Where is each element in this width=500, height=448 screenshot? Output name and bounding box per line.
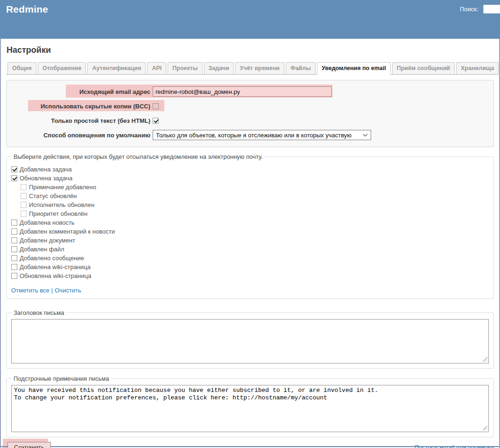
settings-tab[interactable]: Отображение (38, 62, 86, 75)
notification-option-row: Обновлена задача (11, 174, 489, 183)
settings-tab[interactable]: Проекты (168, 62, 202, 75)
option-label: Обновлена задача (20, 175, 72, 182)
page-title: Настройки (1, 39, 499, 55)
search-input[interactable] (483, 5, 500, 14)
email-footer-textarea[interactable]: You have received this notification beca… (11, 385, 489, 432)
notification-option-row: Добавлена задача (11, 165, 489, 174)
plain-text-label: Только простой текст (без HTML) (10, 117, 150, 124)
mail-from-label: Исходящий email адрес (10, 88, 150, 95)
email-footer-textarea-wrap: You have received this notification beca… (11, 385, 489, 432)
notification-events-fieldset: Выберите действия, при которых будет отс… (6, 153, 494, 299)
notification-option-row: Добавлено сообщение (11, 254, 489, 263)
option-checkbox[interactable] (21, 211, 27, 217)
notification-events-legend: Выберите действия, при которых будет отс… (12, 153, 264, 160)
notification-option-row: Добавлен файл (11, 245, 489, 254)
option-checkbox[interactable] (21, 193, 27, 199)
notification-option-row: Добавлен документ (11, 236, 489, 245)
settings-tab[interactable]: Файлы (286, 62, 316, 75)
option-checkbox[interactable] (11, 175, 17, 181)
notification-option-row: Добавлена новость (11, 218, 489, 227)
email-header-textarea-wrap (11, 319, 489, 363)
option-label: Добавлен комментарий к новости (20, 228, 115, 235)
email-settings-box: Исходящий email адрес Использовать скрыт… (6, 80, 494, 147)
option-label: Добавлена задача (20, 166, 72, 173)
default-notification-select[interactable]: Только для объектов, которые я отслежива… (153, 130, 371, 140)
option-label: Примечание добавлено (29, 184, 96, 191)
settings-tab[interactable]: Аутентификация (87, 62, 146, 75)
form-row-mail-from: Исходящий email адрес (10, 86, 490, 97)
option-checkbox[interactable] (11, 264, 17, 270)
form-row-plain-text: Только простой текст (без HTML) (10, 115, 490, 126)
option-label: Приоритет обновлён (29, 210, 87, 217)
notification-option-row: Обновлена wiki-страница (11, 271, 489, 280)
option-checkbox[interactable] (11, 255, 17, 261)
notification-option-row: Добавлен комментарий к новости (11, 227, 489, 236)
settings-tab[interactable]: Уведомления по email (317, 62, 391, 75)
selection-links: Отметить все|Очистить (11, 287, 489, 294)
option-checkbox[interactable] (11, 166, 17, 172)
settings-tabs: ОбщееОтображениеАутентификацияAPIПроекты… (6, 62, 494, 75)
plain-text-checkbox[interactable] (153, 118, 159, 124)
email-footer-fieldset: Подстрочные примечания письма You have r… (6, 375, 494, 437)
email-header-textarea[interactable] (11, 319, 489, 363)
notification-options: Добавлена задачаОбновлена задачаПримечан… (11, 165, 489, 280)
option-label: Исполнитель обновлен (29, 201, 94, 208)
save-button[interactable]: Сохранить (7, 442, 51, 448)
settings-tab[interactable]: Задачи (204, 62, 234, 75)
email-header-fieldset: Заголовок письма (6, 309, 494, 369)
form-row-bcc: Использовать скрытые копии (BCC) (10, 100, 490, 112)
search-area: Поиск: (460, 5, 500, 14)
option-checkbox[interactable] (11, 273, 17, 279)
notification-option-row: Добавлена wiki-страница (11, 263, 489, 271)
bottom-actions: Сохранить Послать email для проверки (7, 442, 494, 448)
email-header-legend: Заголовок письма (12, 309, 65, 316)
option-label: Добавлена новость (20, 219, 75, 226)
option-checkbox[interactable] (11, 228, 17, 235)
chevron-down-icon (363, 134, 368, 137)
app-title: Redmine (0, 0, 500, 15)
selected-option-text: Только для объектов, которые я отслежива… (156, 132, 352, 139)
resize-grip-icon[interactable] (483, 426, 487, 430)
notification-option-row: Статус обновлён (21, 192, 489, 200)
clear-link[interactable]: Очистить (55, 287, 81, 294)
mail-from-input[interactable] (153, 86, 332, 97)
option-label: Добавлено сообщение (20, 255, 84, 262)
settings-tab[interactable]: API (147, 62, 166, 75)
email-footer-legend: Подстрочные примечания письма (12, 375, 111, 382)
link-separator: | (51, 287, 53, 294)
settings-tab[interactable]: Приём сообщений (392, 62, 455, 75)
option-label: Добавлен файл (20, 246, 64, 253)
option-label: Добавлен документ (20, 237, 75, 244)
option-label: Добавлена wiki-страница (20, 263, 91, 270)
option-checkbox[interactable] (21, 202, 27, 208)
main-content: Настройки ОбщееОтображениеАутентификация… (0, 39, 500, 448)
resize-grip-icon[interactable] (483, 357, 487, 362)
app-header: Redmine Поиск: (0, 0, 500, 39)
bcc-label: Использовать скрытые копии (BCC) (10, 103, 150, 110)
form-row-default-notification: Способ оповещения по умолчанию Только дл… (10, 129, 490, 141)
bcc-checkbox[interactable] (153, 103, 159, 109)
notification-option-row: Исполнитель обновлен (21, 200, 489, 209)
option-checkbox[interactable] (21, 184, 27, 190)
option-checkbox[interactable] (11, 237, 17, 243)
option-checkbox[interactable] (11, 246, 17, 252)
settings-tab[interactable]: Учёт времени (235, 62, 284, 75)
option-checkbox[interactable] (11, 220, 17, 226)
check-all-link[interactable]: Отметить все (11, 287, 49, 294)
search-label: Поиск: (460, 6, 479, 13)
option-label: Статус обновлён (29, 192, 77, 199)
notification-option-row: Примечание добавлено (21, 183, 489, 192)
settings-tab[interactable]: Хранилища (456, 62, 499, 75)
default-notification-label: Способ оповещения по умолчанию (10, 132, 150, 139)
settings-tab[interactable]: Общее (7, 62, 36, 75)
footer-divider (1, 446, 499, 447)
option-label: Обновлена wiki-страница (20, 272, 91, 279)
notification-option-row: Приоритет обновлён (21, 209, 489, 218)
redmine-settings-page: Redmine Поиск: Настройки ОбщееОтображени… (0, 0, 500, 448)
